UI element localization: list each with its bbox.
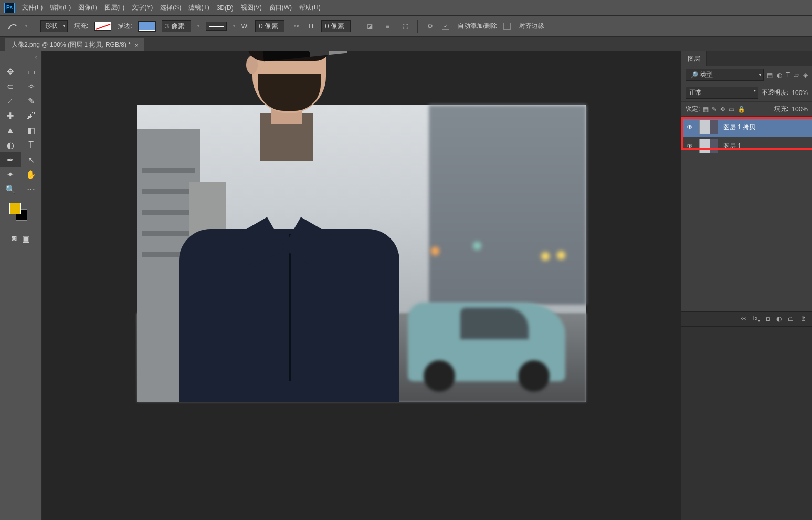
tools-panel: × ✥ ▭ ⊂ ✧ ⟀ ✎ ✚ 🖌 ▲ ◧ ◐ T ✒ ↖ ✦ ✋ 🔍 ⋯ ◙ bbox=[0, 51, 42, 520]
visibility-toggle-icon[interactable]: 👁 bbox=[686, 123, 694, 131]
gradient-tool[interactable]: ◐ bbox=[0, 138, 21, 152]
height-label: H: bbox=[309, 23, 315, 30]
layer-name[interactable]: 图层 1 bbox=[723, 142, 741, 151]
fx-icon[interactable]: fx▾ bbox=[753, 315, 760, 323]
document-tab[interactable]: 人像2.png @ 100% (图层 1 拷贝, RGB/8) * × bbox=[5, 38, 144, 51]
type-tool[interactable]: T bbox=[21, 138, 42, 152]
lock-pos-icon[interactable]: ✥ bbox=[720, 106, 725, 113]
menu-help[interactable]: 帮助(H) bbox=[299, 3, 321, 12]
link-layers-icon[interactable]: ⚯ bbox=[741, 315, 746, 323]
layer-item[interactable]: 👁 图层 1 拷贝 bbox=[681, 118, 812, 137]
layer-name[interactable]: 图层 1 拷贝 bbox=[723, 123, 755, 132]
document-tab-title: 人像2.png @ 100% (图层 1 拷贝, RGB/8) * bbox=[12, 40, 131, 49]
group-icon[interactable]: 🗀 bbox=[788, 315, 794, 323]
stroke-label: 描边: bbox=[118, 22, 132, 30]
shape-tool[interactable]: ✦ bbox=[0, 167, 21, 182]
align-edges-checkbox[interactable] bbox=[503, 23, 511, 30]
menu-view[interactable]: 视图(V) bbox=[241, 3, 262, 12]
move-tool[interactable]: ✥ bbox=[0, 64, 21, 79]
foreground-swatch[interactable] bbox=[9, 203, 21, 214]
layer-filter-dropdown[interactable]: 🔎 类型 bbox=[686, 69, 764, 81]
layer-thumbnail[interactable] bbox=[699, 120, 718, 134]
filter-pixel-icon[interactable]: ▤ bbox=[767, 71, 773, 79]
menu-window[interactable]: 窗口(W) bbox=[269, 3, 292, 12]
screenmode-icon[interactable]: ▣ bbox=[22, 231, 30, 246]
stroke-swatch[interactable] bbox=[139, 22, 155, 31]
separator bbox=[34, 20, 34, 33]
color-swatches[interactable] bbox=[0, 203, 41, 224]
fill-label: 填充: bbox=[74, 22, 88, 30]
menu-file[interactable]: 文件(F) bbox=[22, 3, 43, 12]
lock-nest-icon[interactable]: ▭ bbox=[729, 106, 734, 113]
menu-select[interactable]: 选择(S) bbox=[160, 3, 181, 12]
brush-tool[interactable]: 🖌 bbox=[21, 108, 42, 123]
gear-icon[interactable]: ⚙ bbox=[424, 20, 436, 32]
quickmask-icon[interactable]: ◙ bbox=[12, 231, 17, 246]
panel-tab-bar: 图层 bbox=[681, 51, 812, 66]
lock-trans-icon[interactable]: ▦ bbox=[703, 106, 709, 113]
new-layer-icon[interactable]: 🗎 bbox=[800, 315, 807, 323]
auto-add-checkbox[interactable] bbox=[442, 23, 449, 30]
options-bar: ▾ 形状 填充: 描边: ▾ ▾ W: ⚯ H: ◪ ≡ ⬚ ⚙ 自动添加/删除… bbox=[0, 16, 812, 37]
align-icon[interactable]: ≡ bbox=[382, 20, 393, 32]
menu-3d[interactable]: 3D(D) bbox=[217, 4, 234, 12]
blend-mode-select[interactable]: 正常 bbox=[686, 87, 758, 99]
link-wh-icon[interactable]: ⚯ bbox=[291, 20, 302, 32]
fill-opacity-value[interactable]: 100% bbox=[792, 106, 808, 113]
arrange-icon[interactable]: ⬚ bbox=[399, 20, 411, 32]
menu-image[interactable]: 图像(I) bbox=[78, 3, 97, 12]
lasso-tool[interactable]: ⊂ bbox=[0, 79, 21, 93]
filter-shape-icon[interactable]: ▱ bbox=[794, 71, 799, 79]
opacity-value[interactable]: 100% bbox=[792, 89, 808, 97]
filter-adjust-icon[interactable]: ◐ bbox=[777, 71, 782, 79]
align-edges-label: 对齐边缘 bbox=[519, 22, 544, 30]
document-canvas[interactable] bbox=[137, 105, 586, 402]
mask-icon[interactable]: ◘ bbox=[766, 315, 770, 323]
width-label: W: bbox=[241, 23, 249, 30]
healing-tool[interactable]: ✚ bbox=[0, 108, 21, 123]
layer-thumbnail[interactable] bbox=[699, 139, 718, 153]
lock-paint-icon[interactable]: ✎ bbox=[712, 106, 717, 113]
more-tools[interactable]: ⋯ bbox=[21, 182, 42, 196]
tools-collapse-icon[interactable]: × bbox=[34, 55, 37, 60]
width-input[interactable] bbox=[255, 20, 284, 32]
menu-layer[interactable]: 图层(L) bbox=[104, 3, 125, 12]
auto-add-label: 自动添加/删除 bbox=[458, 22, 497, 30]
close-tab-icon[interactable]: × bbox=[135, 42, 138, 48]
stroke-width-input[interactable] bbox=[162, 20, 191, 32]
fill-swatch[interactable] bbox=[94, 22, 111, 31]
separator bbox=[357, 20, 357, 33]
filter-type-icon[interactable]: T bbox=[786, 71, 790, 79]
active-tool-icon[interactable] bbox=[6, 20, 19, 33]
opacity-label: 不透明度: bbox=[762, 88, 788, 97]
magic-wand-tool[interactable]: ✧ bbox=[21, 79, 42, 93]
menu-edit[interactable]: 编辑(E) bbox=[50, 3, 71, 12]
shape-mode-dropdown[interactable]: 形状 bbox=[40, 20, 68, 32]
crop-tool[interactable]: ⟀ bbox=[0, 93, 21, 108]
stroke-style-dropdown[interactable] bbox=[206, 22, 227, 31]
eyedropper-tool[interactable]: ✎ bbox=[21, 93, 42, 108]
canvas-area[interactable] bbox=[42, 51, 681, 520]
pen-tool[interactable]: ✒ bbox=[0, 152, 21, 167]
menu-type[interactable]: 文字(Y) bbox=[132, 3, 153, 12]
menu-filter[interactable]: 滤镜(T) bbox=[188, 3, 209, 12]
height-input[interactable] bbox=[321, 20, 351, 32]
eraser-tool[interactable]: ◧ bbox=[21, 123, 42, 138]
path-ops-icon[interactable]: ◪ bbox=[364, 20, 375, 32]
adjustment-icon[interactable]: ◐ bbox=[776, 315, 782, 323]
app-logo: Ps bbox=[4, 3, 15, 13]
layers-tab[interactable]: 图层 bbox=[681, 51, 707, 66]
stamp-tool[interactable]: ▲ bbox=[0, 123, 21, 138]
visibility-toggle-icon[interactable]: 👁 bbox=[686, 142, 694, 150]
zoom-tool[interactable]: 🔍 bbox=[0, 182, 21, 196]
fill-opacity-label: 填充: bbox=[774, 105, 788, 113]
right-panels: 图层 🔎 类型 ▤ ◐ T ▱ ◈ 正常 不透明度: 100% 锁定: ▦ bbox=[681, 51, 812, 520]
lock-all-icon[interactable]: 🔒 bbox=[737, 106, 745, 113]
marquee-tool[interactable]: ▭ bbox=[21, 64, 42, 79]
svg-point-0 bbox=[8, 27, 10, 29]
document-tab-bar: 人像2.png @ 100% (图层 1 拷贝, RGB/8) * × bbox=[0, 37, 812, 51]
layer-item[interactable]: 👁 图层 1 bbox=[681, 137, 812, 155]
direct-select-tool[interactable]: ↖ bbox=[21, 152, 42, 167]
filter-smart-icon[interactable]: ◈ bbox=[803, 71, 808, 79]
hand-tool[interactable]: ✋ bbox=[21, 167, 42, 182]
